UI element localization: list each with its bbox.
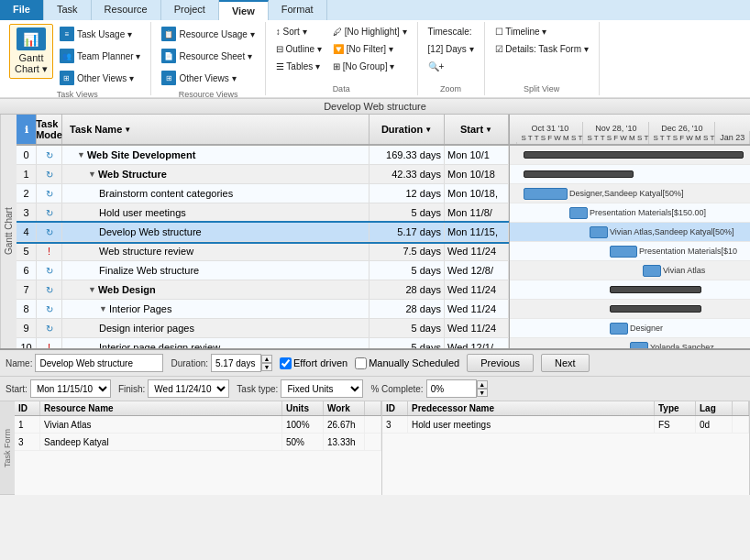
title-text: Develop Web structure xyxy=(324,101,426,112)
auto-mode-icon-1: ↻ xyxy=(46,170,53,180)
tab-task[interactable]: Task xyxy=(44,0,92,20)
cell-name-2: Brainstorm content categories xyxy=(62,184,369,203)
res-scroll-3 xyxy=(365,434,381,450)
cell-name-9: Design interior pages xyxy=(62,319,369,337)
name-input[interactable] xyxy=(35,354,163,372)
duration-spin-down[interactable]: ▼ xyxy=(261,363,272,371)
cell-start-3: Mon 11/8/ xyxy=(445,203,509,222)
task-row[interactable]: 3 ↻ Hold user meetings 5 days Mon 11/8/ xyxy=(17,203,509,223)
manually-scheduled-checkbox[interactable]: Manually Scheduled xyxy=(355,357,459,369)
highlight-button[interactable]: 🖊 [No Highlight] ▾ xyxy=(328,24,412,39)
task-row[interactable]: 0 ↻ ▼ Web Site Development 169.33 days M… xyxy=(17,146,509,165)
zoom-in-button[interactable]: 🔍+ xyxy=(424,59,479,74)
tab-resource[interactable]: Resource xyxy=(92,0,161,20)
data-group-content: ↕ Sort ▾ ⊟ Outline ▾ ☰ Tables ▾ 🖊 [No Hi… xyxy=(271,24,412,82)
task-views-content: 📊 GanttChart ▾ ≡ Task Usage ▾ 👥 Team Pla… xyxy=(9,24,145,88)
start-dropdown[interactable]: Mon 11/15/10 xyxy=(30,379,111,398)
task-row[interactable]: 1 ↻ ▼ Web Structure 42.33 days Mon 10/18 xyxy=(17,165,509,184)
resource-row-1[interactable]: 1 Vivian Atlas 100% 26.67h xyxy=(15,416,381,434)
gantt-date-2: Nov 28, '10S T T S F W M S T xyxy=(583,122,649,144)
tab-file[interactable]: File xyxy=(0,0,44,20)
other-resource-views-button[interactable]: ⊞ Other Views ▾ xyxy=(157,68,259,88)
other-task-views-button[interactable]: ⊞ Other Views ▾ xyxy=(55,68,145,88)
auto-mode-icon-9: ↻ xyxy=(46,324,53,334)
duration-input[interactable] xyxy=(211,354,261,372)
zoom-group-label: Zoom xyxy=(440,82,461,93)
gantt-chart-button[interactable]: 📊 GanttChart ▾ xyxy=(9,24,53,79)
team-planner-button[interactable]: 👥 Team Planner ▾ xyxy=(55,46,145,66)
task-row[interactable]: 10 ! Interior page design review 5 days … xyxy=(17,338,509,348)
outline-button[interactable]: ⊟ Outline ▾ xyxy=(271,41,326,57)
warn-icon-10: ! xyxy=(48,342,50,348)
task-row-selected[interactable]: 4 ↻ Develop Web structure 5.17 days Mon … xyxy=(17,223,509,242)
resource-sheet-button[interactable]: 📄 Resource Sheet ▾ xyxy=(157,46,259,66)
cell-dur-6: 5 days xyxy=(369,261,445,280)
effort-driven-label: Effort driven xyxy=(293,357,347,368)
tables-button[interactable]: ☰ Tables ▾ xyxy=(271,59,326,74)
cell-start-7: Wed 11/24 xyxy=(445,280,509,299)
resource-usage-button[interactable]: 📋 Resource Usage ▾ xyxy=(157,24,259,44)
task-row[interactable]: 7 ↻ ▼ Web Design 28 days Wed 11/24 xyxy=(17,280,509,300)
pct-complete-input[interactable] xyxy=(426,379,477,398)
task-row[interactable]: 2 ↻ Brainstorm content categories 12 day… xyxy=(17,184,509,203)
tab-view[interactable]: View xyxy=(219,0,269,20)
sort-button[interactable]: ↕ Sort ▾ xyxy=(271,24,326,39)
cell-name-5: Web structure review xyxy=(62,242,369,260)
cell-rownum-0: 0 xyxy=(17,146,37,164)
th-name[interactable]: Task Name ▼ xyxy=(62,115,369,144)
pct-complete-field-wrapper: % Complete: ▲ ▼ xyxy=(370,379,487,398)
pred-row-3[interactable]: 3 Hold user meetings FS 0d xyxy=(382,416,749,434)
resource-usage-icon: 📋 xyxy=(161,27,176,41)
th-info: ℹ xyxy=(17,115,37,144)
task-row[interactable]: 8 ↻ ▼ Interior Pages 28 days Wed 11/24 xyxy=(17,300,509,319)
timescale-dropdown[interactable]: [12] Days ▾ xyxy=(424,41,479,57)
finish-label: Finish: xyxy=(118,384,145,394)
tab-project[interactable]: Project xyxy=(161,0,219,20)
task-row[interactable]: 6 ↻ Finalize Web structure 5 days Wed 12… xyxy=(17,261,509,280)
task-views-group-label: Task Views xyxy=(57,88,98,99)
resource-row-3[interactable]: 3 Sandeep Katyal 50% 13.33h xyxy=(15,434,381,451)
pct-spin-up[interactable]: ▲ xyxy=(477,380,488,389)
duration-field-wrapper: Duration: ▲ ▼ xyxy=(171,354,272,372)
duration-spin-up[interactable]: ▲ xyxy=(261,355,272,363)
res-work-1: 26.67h xyxy=(324,416,365,433)
cell-start-0: Mon 10/1 xyxy=(445,146,509,164)
th-start[interactable]: Start ▼ xyxy=(445,115,509,144)
gantt-row-5: Presentation Materials[$10 xyxy=(510,242,750,261)
th-mode: TaskMode xyxy=(37,115,62,144)
gantt-row-10: Yolanda Sanchez xyxy=(510,338,750,348)
ribbon-body: 📊 GanttChart ▾ ≡ Task Usage ▾ 👥 Team Pla… xyxy=(0,20,750,98)
task-row[interactable]: 5 ! Web structure review 7.5 days Wed 11… xyxy=(17,242,509,261)
task-type-dropdown[interactable]: Fixed Units xyxy=(281,379,363,398)
zoom-content: Timescale: [12] Days ▾ 🔍+ xyxy=(424,24,479,82)
auto-mode-icon-6: ↻ xyxy=(46,266,53,276)
gantt-bar-2 xyxy=(524,188,568,200)
collapse-7[interactable]: ▼ xyxy=(88,285,96,294)
gantt-row-2: Designer,Sandeep Katyal[50%] xyxy=(510,184,750,203)
collapse-8[interactable]: ▼ xyxy=(99,304,107,313)
gantt-bar-label-4: Vivian Atlas,Sandeep Katyal[50%] xyxy=(610,227,733,236)
details-checkbox[interactable]: ☑ Details: Task Form ▾ xyxy=(491,41,593,57)
task-usage-button[interactable]: ≡ Task Usage ▾ xyxy=(55,24,145,44)
gantt-row-7 xyxy=(510,280,750,300)
next-button[interactable]: Next xyxy=(541,354,590,372)
pct-spin-down[interactable]: ▼ xyxy=(477,389,488,397)
th-duration[interactable]: Duration ▼ xyxy=(369,115,445,144)
finish-dropdown[interactable]: Wed 11/24/10 xyxy=(148,379,229,398)
collapse-0[interactable]: ▼ xyxy=(77,150,85,159)
task-row[interactable]: 9 ↻ Design interior pages 5 days Wed 11/… xyxy=(17,319,509,338)
collapse-1[interactable]: ▼ xyxy=(88,170,96,179)
filter-button[interactable]: 🔽 [No Filter] ▾ xyxy=(328,41,412,57)
gantt-chart-icon: 📊 xyxy=(17,27,46,50)
previous-button[interactable]: Previous xyxy=(467,354,534,372)
gantt-row-3: Presentation Materials[$150.00] xyxy=(510,203,750,223)
pct-spin-buttons: ▲ ▼ xyxy=(477,380,488,397)
timeline-checkbox[interactable]: ☐ Timeline ▾ xyxy=(491,24,593,39)
tab-format[interactable]: Format xyxy=(269,0,327,20)
group-button[interactable]: ⊞ [No Group] ▾ xyxy=(328,59,412,74)
bottom-tables-area: Task Form ID Resource Name Units Work 1 … xyxy=(0,401,750,495)
timescale-label: Timescale: xyxy=(424,24,479,39)
task-type-field-wrapper: Task type: Fixed Units xyxy=(237,379,363,398)
effort-driven-checkbox[interactable]: Effort driven xyxy=(280,357,347,369)
resource-views-col: 📋 Resource Usage ▾ 📄 Resource Sheet ▾ ⊞ … xyxy=(157,24,259,88)
